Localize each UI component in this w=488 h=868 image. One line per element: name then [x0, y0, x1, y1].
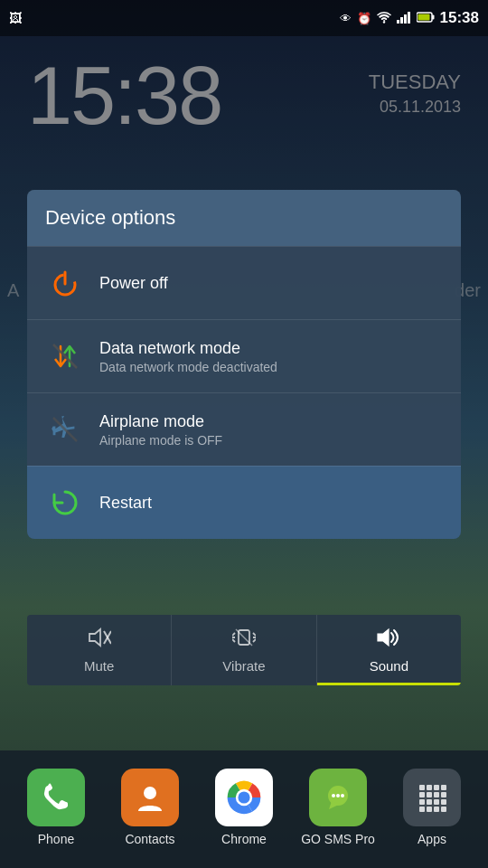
svg-rect-46 [419, 807, 425, 812]
phone-dock-item[interactable]: Phone [15, 769, 97, 846]
svg-rect-6 [432, 14, 435, 19]
svg-rect-38 [419, 792, 425, 797]
svg-line-20 [232, 639, 235, 642]
gosms-dock-item[interactable]: GO SMS Pro [297, 769, 379, 846]
phone-icon [27, 769, 85, 826]
gosms-icon [309, 769, 367, 826]
svg-point-26 [144, 787, 156, 799]
svg-point-32 [336, 794, 340, 797]
power-off-label: Power off [99, 274, 168, 293]
svg-rect-37 [441, 785, 446, 790]
svg-rect-40 [434, 792, 439, 797]
data-network-subtitle: Data network mode deactivated [99, 360, 277, 374]
svg-rect-49 [441, 807, 446, 812]
dock: Phone Contacts [0, 750, 488, 868]
apps-label: Apps [418, 832, 446, 846]
status-time: 15:38 [440, 9, 479, 27]
svg-point-31 [332, 794, 335, 797]
power-icon [45, 263, 85, 303]
status-bar: 🖼 👁 ⏰ 15:38 [0, 0, 488, 36]
svg-rect-34 [419, 785, 425, 790]
phone-label: Phone [38, 832, 74, 846]
wifi-icon [377, 11, 391, 26]
svg-line-23 [253, 639, 256, 642]
svg-rect-48 [434, 807, 439, 812]
airplane-mode-label: Airplane mode [99, 412, 222, 431]
svg-marker-25 [378, 629, 389, 646]
svg-rect-39 [427, 792, 432, 797]
airplane-mode-item[interactable]: Airplane mode Airplane mode is OFF [27, 392, 461, 466]
svg-rect-45 [441, 799, 446, 805]
vibrate-icon [232, 627, 256, 653]
svg-rect-1 [397, 20, 399, 24]
restart-label: Restart [99, 494, 152, 513]
contacts-icon [121, 769, 179, 826]
signal-icon [397, 11, 411, 26]
eye-icon: 👁 [340, 12, 352, 25]
svg-point-0 [382, 21, 384, 23]
airplane-mode-text: Airplane mode Airplane mode is OFF [99, 412, 222, 448]
contacts-label: Contacts [125, 832, 174, 846]
svg-rect-35 [427, 785, 432, 790]
sound-label: Sound [370, 658, 408, 674]
svg-rect-47 [427, 807, 432, 812]
status-icons-right: 👁 ⏰ 15:38 [340, 9, 479, 27]
svg-rect-44 [434, 799, 439, 805]
svg-line-12 [53, 344, 77, 368]
svg-rect-36 [434, 785, 439, 790]
chrome-label: Chrome [221, 832, 267, 846]
svg-line-21 [253, 633, 256, 636]
data-network-item[interactable]: Data network mode Data network mode deac… [27, 319, 461, 392]
svg-point-33 [341, 794, 344, 797]
mute-label: Mute [84, 658, 114, 674]
chrome-icon [215, 769, 273, 826]
panel-header: Device options [27, 190, 461, 246]
svg-rect-7 [418, 14, 429, 20]
sound-mode-bar: Mute Vibrate Sou [27, 615, 461, 685]
data-network-icon [45, 336, 85, 376]
power-off-text: Power off [99, 274, 168, 293]
sound-icon [376, 627, 401, 653]
restart-text: Restart [99, 494, 152, 513]
restart-icon [45, 483, 85, 523]
data-network-label: Data network mode [99, 339, 277, 358]
gosms-label: GO SMS Pro [301, 832, 375, 846]
svg-rect-4 [408, 12, 410, 24]
mute-icon [88, 627, 111, 653]
airplane-mode-subtitle: Airplane mode is OFF [99, 433, 222, 448]
power-off-item[interactable]: Power off [27, 246, 461, 319]
panel-title: Device options [45, 206, 175, 229]
svg-rect-42 [419, 799, 425, 805]
battery-icon [417, 11, 435, 26]
svg-rect-41 [441, 792, 446, 797]
vibrate-mode-item[interactable]: Vibrate [172, 615, 316, 685]
svg-point-29 [238, 791, 249, 803]
svg-line-18 [232, 633, 235, 636]
svg-rect-2 [400, 17, 403, 24]
vibrate-label: Vibrate [222, 658, 265, 674]
data-network-text: Data network mode Data network mode deac… [99, 339, 277, 374]
svg-marker-14 [89, 629, 100, 646]
chrome-dock-item[interactable]: Chrome [203, 769, 285, 846]
image-icon: 🖼 [9, 11, 22, 25]
contacts-dock-item[interactable]: Contacts [109, 769, 191, 846]
device-options-panel: Device options Power off [27, 190, 461, 539]
apps-dock-item[interactable]: Apps [391, 769, 473, 846]
status-icons-left: 🖼 [9, 11, 22, 25]
svg-rect-43 [427, 799, 432, 805]
apps-icon [403, 769, 461, 826]
mute-mode-item[interactable]: Mute [27, 615, 172, 685]
alarm-icon: ⏰ [357, 12, 371, 25]
restart-item[interactable]: Restart [27, 466, 461, 539]
svg-rect-3 [404, 14, 407, 24]
sound-mode-item[interactable]: Sound [317, 615, 461, 685]
airplane-icon [45, 410, 85, 449]
